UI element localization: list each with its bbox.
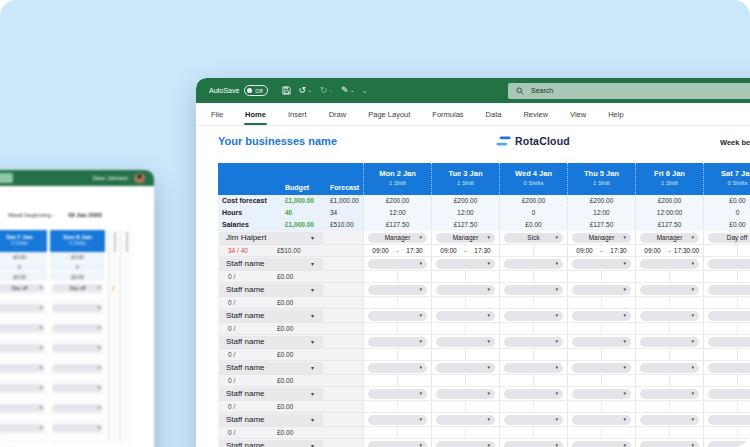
ribbon-tab-insert[interactable]: Insert <box>277 103 318 125</box>
time-start-cell[interactable] <box>432 349 465 360</box>
time-end-cell[interactable] <box>737 375 750 386</box>
ribbon-tab-review[interactable]: Review <box>512 103 559 125</box>
role-dropdown[interactable]: ▾ <box>368 259 427 269</box>
time-start-cell[interactable] <box>364 349 397 360</box>
role-dropdown[interactable]: ▾ <box>640 441 699 447</box>
time-start-cell[interactable] <box>500 271 533 282</box>
role-dropdown[interactable]: ▾ <box>708 311 750 321</box>
time-end-cell[interactable] <box>533 245 567 256</box>
time-start-cell[interactable] <box>568 401 601 412</box>
time-end-cell[interactable] <box>397 427 431 438</box>
role-dropdown[interactable]: ▾ <box>640 337 699 347</box>
time-end-cell[interactable] <box>465 349 499 360</box>
time-start-cell[interactable] <box>432 427 465 438</box>
role-dropdown[interactable]: ▾ <box>572 259 631 269</box>
time-end-cell[interactable] <box>533 271 567 282</box>
time-start-cell[interactable] <box>636 323 669 334</box>
undo-button[interactable]: ↺⌄ <box>299 86 312 95</box>
time-start-cell[interactable] <box>364 427 397 438</box>
autosave-toggle[interactable]: Off <box>244 85 267 96</box>
staff-name-dropdown[interactable]: Staff name▾ <box>219 310 323 323</box>
time-end-cell[interactable] <box>737 245 750 256</box>
role-dropdown[interactable]: ▾ <box>436 285 495 295</box>
time-end-cell[interactable] <box>601 323 635 334</box>
time-end-cell[interactable] <box>533 349 567 360</box>
time-start-cell[interactable] <box>704 427 737 438</box>
ribbon-tab-view[interactable]: View <box>559 103 597 125</box>
time-start-cell[interactable] <box>568 427 601 438</box>
time-end-cell[interactable] <box>737 349 750 360</box>
time-start-cell[interactable] <box>364 323 397 334</box>
time-end-cell[interactable]: 17:30 <box>397 245 431 256</box>
redo-button[interactable]: ↻⌄ <box>320 86 333 95</box>
time-start-cell[interactable] <box>704 349 737 360</box>
time-end-cell[interactable] <box>397 323 431 334</box>
background-rota-window[interactable]: Dave Johnson Week beginning :02 Jan 2023… <box>0 170 154 447</box>
time-end-cell[interactable] <box>601 427 635 438</box>
time-start-cell[interactable] <box>500 297 533 308</box>
ribbon-tab-page-layout[interactable]: Page Layout <box>357 103 421 125</box>
role-dropdown[interactable]: ▾ <box>708 363 750 373</box>
time-end-cell[interactable] <box>669 297 703 308</box>
ribbon-tab-file[interactable]: File <box>200 103 234 125</box>
time-end-cell[interactable] <box>533 427 567 438</box>
time-end-cell[interactable] <box>397 297 431 308</box>
time-start-cell[interactable] <box>636 427 669 438</box>
time-start-cell[interactable]: 09:00 <box>432 245 465 256</box>
role-dropdown[interactable]: ▾ <box>640 259 699 269</box>
role-dropdown[interactable]: ▾ <box>708 337 750 347</box>
role-dropdown[interactable]: Manager▾ <box>572 233 631 243</box>
save-button[interactable] <box>282 86 291 95</box>
role-dropdown[interactable]: ▾ <box>436 259 495 269</box>
time-end-cell[interactable] <box>397 401 431 412</box>
time-end-cell[interactable] <box>533 323 567 334</box>
time-end-cell[interactable] <box>465 401 499 412</box>
role-dropdown[interactable]: ▾ <box>504 363 563 373</box>
time-end-cell[interactable]: 17:30 <box>601 245 635 256</box>
time-start-cell[interactable] <box>704 401 737 412</box>
role-dropdown[interactable]: ▾ <box>436 415 495 425</box>
time-end-cell[interactable] <box>465 427 499 438</box>
time-start-cell[interactable] <box>432 297 465 308</box>
role-dropdown[interactable]: Manager▾ <box>368 233 427 243</box>
role-dropdown[interactable]: ▾ <box>368 363 427 373</box>
time-end-cell[interactable] <box>669 401 703 412</box>
role-dropdown[interactable]: ▾ <box>572 311 631 321</box>
role-dropdown[interactable]: ▾ <box>504 441 563 447</box>
time-start-cell[interactable] <box>568 297 601 308</box>
time-start-cell[interactable] <box>636 297 669 308</box>
time-end-cell[interactable] <box>465 271 499 282</box>
time-end-cell[interactable] <box>669 427 703 438</box>
role-dropdown[interactable]: ▾ <box>368 441 427 447</box>
role-dropdown[interactable]: ▾ <box>504 311 563 321</box>
role-dropdown[interactable]: ▾ <box>504 389 563 399</box>
role-dropdown[interactable]: ▾ <box>504 337 563 347</box>
role-dropdown[interactable]: ▾ <box>504 259 563 269</box>
time-end-cell[interactable]: 17:30:00 <box>669 245 703 256</box>
time-start-cell[interactable] <box>636 271 669 282</box>
staff-name-dropdown[interactable]: Staff name▾ <box>219 362 323 375</box>
role-dropdown[interactable]: ▾ <box>572 337 631 347</box>
time-end-cell[interactable] <box>669 271 703 282</box>
role-dropdown[interactable]: ▾ <box>368 311 427 321</box>
time-start-cell[interactable] <box>636 401 669 412</box>
time-start-cell[interactable] <box>636 349 669 360</box>
time-start-cell[interactable] <box>364 375 397 386</box>
time-start-cell[interactable] <box>364 271 397 282</box>
time-end-cell[interactable] <box>601 401 635 412</box>
time-start-cell[interactable] <box>432 323 465 334</box>
role-dropdown[interactable]: ▾ <box>436 363 495 373</box>
search-input[interactable]: Search <box>508 83 750 99</box>
time-end-cell[interactable] <box>737 271 750 282</box>
role-dropdown[interactable]: ▾ <box>572 363 631 373</box>
role-dropdown[interactable]: ▾ <box>640 415 699 425</box>
time-end-cell[interactable] <box>533 297 567 308</box>
time-start-cell[interactable] <box>704 297 737 308</box>
role-dropdown[interactable]: ▾ <box>572 285 631 295</box>
time-end-cell[interactable] <box>669 323 703 334</box>
time-end-cell[interactable] <box>465 375 499 386</box>
role-dropdown[interactable]: ▾ <box>504 285 563 295</box>
time-end-cell[interactable] <box>737 297 750 308</box>
time-end-cell[interactable] <box>397 271 431 282</box>
time-end-cell[interactable] <box>397 375 431 386</box>
